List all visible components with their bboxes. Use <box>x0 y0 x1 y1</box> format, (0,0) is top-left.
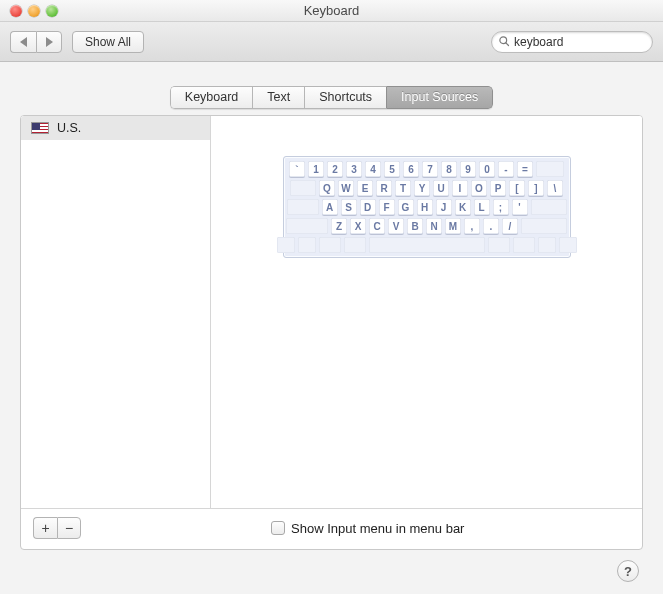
key: - <box>498 161 514 177</box>
key: I <box>452 180 468 196</box>
key: 6 <box>403 161 419 177</box>
modifier-key <box>287 199 319 215</box>
minimize-window-button[interactable] <box>28 5 40 17</box>
nav-back-forward <box>10 31 62 53</box>
add-remove-group: + − <box>33 517 81 539</box>
search-icon <box>498 35 510 49</box>
split-view: U.S. `1234567890-=QWERTYUIOP[]\ASDFGHJKL… <box>21 116 642 508</box>
key: S <box>341 199 357 215</box>
pref-pane-content: KeyboardTextShortcutsInput Sources U.S. … <box>0 62 663 594</box>
key: D <box>360 199 376 215</box>
key: K <box>455 199 471 215</box>
key: C <box>369 218 385 234</box>
modifier-key <box>286 218 328 234</box>
keyboard-row: ASDFGHJKL;' <box>288 199 566 215</box>
help-row: ? <box>20 550 643 582</box>
tab-text[interactable]: Text <box>252 86 304 109</box>
window-controls <box>0 5 58 17</box>
key: / <box>502 218 518 234</box>
back-button[interactable] <box>10 31 36 53</box>
key: R <box>376 180 392 196</box>
key: ' <box>512 199 528 215</box>
key: , <box>464 218 480 234</box>
modifier-key <box>319 237 341 253</box>
key: X <box>350 218 366 234</box>
modifier-key <box>531 199 567 215</box>
key: \ <box>547 180 563 196</box>
key: ] <box>528 180 544 196</box>
inputsources-panel: U.S. `1234567890-=QWERTYUIOP[]\ASDFGHJKL… <box>20 115 643 550</box>
key: E <box>357 180 373 196</box>
key: Y <box>414 180 430 196</box>
key: L <box>474 199 490 215</box>
key: J <box>436 199 452 215</box>
keyboard-row: `1234567890-= <box>288 161 566 177</box>
forward-button[interactable] <box>36 31 62 53</box>
tab-shortcuts[interactable]: Shortcuts <box>304 86 386 109</box>
help-button[interactable]: ? <box>617 560 639 582</box>
modifier-key <box>277 237 295 253</box>
key: M <box>445 218 461 234</box>
zoom-window-button[interactable] <box>46 5 58 17</box>
key: 0 <box>479 161 495 177</box>
key: 5 <box>384 161 400 177</box>
key: 1 <box>308 161 324 177</box>
keyboard-layout-graphic: `1234567890-=QWERTYUIOP[]\ASDFGHJKL;'ZXC… <box>283 156 571 258</box>
show-all-button[interactable]: Show All <box>72 31 144 53</box>
key: 7 <box>422 161 438 177</box>
panel-footer: + − Show Input menu in menu bar <box>21 508 642 549</box>
key: B <box>407 218 423 234</box>
key: [ <box>509 180 525 196</box>
key: A <box>322 199 338 215</box>
key: T <box>395 180 411 196</box>
tab-keyboard[interactable]: Keyboard <box>170 86 253 109</box>
modifier-key <box>488 237 510 253</box>
modifier-key <box>521 218 567 234</box>
key: W <box>338 180 354 196</box>
key: V <box>388 218 404 234</box>
keyboard-preview: `1234567890-=QWERTYUIOP[]\ASDFGHJKL;'ZXC… <box>211 116 642 508</box>
keyboard-row: ZXCVBNM,./ <box>288 218 566 234</box>
spacebar-key <box>369 237 485 253</box>
input-source-list[interactable]: U.S. <box>21 116 211 508</box>
add-source-button[interactable]: + <box>33 517 57 539</box>
key: U <box>433 180 449 196</box>
svg-line-1 <box>506 42 509 45</box>
key: 2 <box>327 161 343 177</box>
key: 8 <box>441 161 457 177</box>
chevron-right-icon <box>46 37 53 47</box>
key: Z <box>331 218 347 234</box>
checkbox-box[interactable] <box>271 521 285 535</box>
show-input-menu-checkbox[interactable]: Show Input menu in menu bar <box>271 521 464 536</box>
keyboard-row <box>288 237 566 253</box>
modifier-key <box>344 237 366 253</box>
window-title: Keyboard <box>0 3 663 18</box>
key: ` <box>289 161 305 177</box>
key: = <box>517 161 533 177</box>
search-input[interactable] <box>510 35 663 49</box>
tab-bar: KeyboardTextShortcutsInput Sources <box>20 86 643 109</box>
key: G <box>398 199 414 215</box>
modifier-key <box>538 237 556 253</box>
key: O <box>471 180 487 196</box>
tab-input-sources[interactable]: Input Sources <box>386 86 493 109</box>
flag-us-icon <box>31 122 49 134</box>
modifier-key <box>536 161 564 177</box>
search-field[interactable]: ✕ <box>491 31 653 53</box>
modifier-key <box>298 237 316 253</box>
checkbox-label: Show Input menu in menu bar <box>291 521 464 536</box>
toolbar: Show All ✕ <box>0 22 663 62</box>
key: F <box>379 199 395 215</box>
input-source-row[interactable]: U.S. <box>21 116 210 140</box>
window-titlebar: Keyboard <box>0 0 663 22</box>
modifier-key <box>290 180 316 196</box>
key: 3 <box>346 161 362 177</box>
key: 9 <box>460 161 476 177</box>
close-window-button[interactable] <box>10 5 22 17</box>
remove-source-button[interactable]: − <box>57 517 81 539</box>
modifier-key <box>513 237 535 253</box>
input-source-name: U.S. <box>57 121 81 135</box>
key: Q <box>319 180 335 196</box>
key: P <box>490 180 506 196</box>
key: ; <box>493 199 509 215</box>
